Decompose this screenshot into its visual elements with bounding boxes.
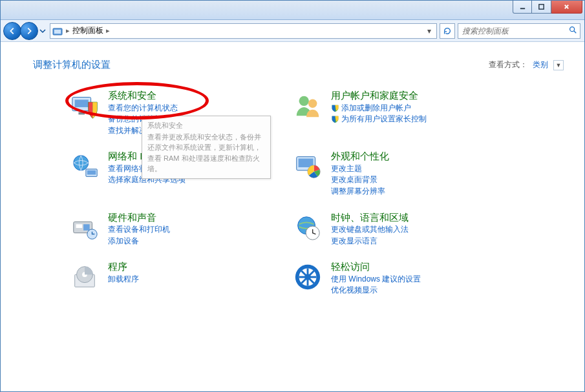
breadcrumb[interactable]: ▸ 控制面板 ▸ ▾ bbox=[50, 23, 437, 39]
forward-button[interactable] bbox=[20, 22, 38, 40]
content-header: 调整计算机的设置 查看方式： 类别 ▼ bbox=[33, 59, 564, 71]
nav-buttons bbox=[3, 22, 47, 40]
breadcrumb-separator: ▸ bbox=[105, 26, 111, 35]
search-icon[interactable] bbox=[568, 25, 577, 36]
hardware-icon bbox=[69, 212, 100, 243]
system-security-icon bbox=[69, 90, 100, 121]
svg-rect-10 bbox=[78, 112, 85, 115]
cat-title[interactable]: 外观和个性化 bbox=[331, 151, 389, 162]
control-panel-icon bbox=[52, 25, 63, 37]
cat-link[interactable]: 更改显示语言 bbox=[331, 236, 409, 247]
cat-appearance: 外观和个性化 更改主题 更改桌面背景 调整屏幕分辨率 bbox=[292, 151, 509, 196]
svg-point-12 bbox=[308, 99, 317, 107]
breadcrumb-separator: ▸ bbox=[65, 26, 71, 35]
cat-link[interactable]: 优化视频显示 bbox=[331, 285, 421, 296]
shield-icon bbox=[331, 115, 339, 123]
svg-rect-22 bbox=[83, 224, 90, 231]
cat-title[interactable]: 时钟、语言和区域 bbox=[331, 212, 409, 223]
cat-link[interactable]: 为所有用户设置家长控制 bbox=[331, 114, 427, 125]
cat-title[interactable]: 轻松访问 bbox=[331, 262, 421, 273]
appearance-icon bbox=[292, 151, 323, 182]
cat-link[interactable]: 调整屏幕分辨率 bbox=[331, 187, 389, 197]
cat-link[interactable]: 更改桌面背景 bbox=[331, 175, 389, 185]
breadcrumb-dropdown[interactable]: ▾ bbox=[423, 26, 435, 36]
svg-point-11 bbox=[299, 96, 309, 106]
svg-rect-9 bbox=[75, 99, 89, 107]
navbar: ▸ 控制面板 ▸ ▾ bbox=[1, 20, 584, 42]
maximize-button[interactable] bbox=[532, 1, 551, 14]
cat-title[interactable]: 硬件和声音 bbox=[108, 212, 170, 223]
cat-link[interactable]: 更改主题 bbox=[331, 164, 389, 174]
search-input[interactable] bbox=[461, 26, 568, 36]
view-by-value[interactable]: 类别 bbox=[533, 59, 548, 70]
category-grid: 系统和安全 查看您的计算机状态 备份您的计算机 查找并解决问题 bbox=[33, 90, 524, 296]
cat-link[interactable]: 更改键盘或其他输入法 bbox=[331, 225, 409, 235]
search-box[interactable] bbox=[458, 23, 580, 39]
svg-rect-15 bbox=[87, 170, 96, 175]
view-by-dropdown[interactable]: ▼ bbox=[553, 60, 564, 70]
cat-link[interactable]: 查看设备和打印机 bbox=[108, 225, 170, 235]
cat-link[interactable]: 查看您的计算机状态 bbox=[108, 103, 178, 114]
svg-point-6 bbox=[570, 27, 575, 32]
cat-link[interactable]: 卸载程序 bbox=[108, 274, 139, 285]
window-controls bbox=[513, 1, 582, 14]
titlebar bbox=[1, 1, 584, 20]
cat-user-accounts: 用户帐户和家庭安全 添加或删除用户帐户 为所有用户设置家长控制 bbox=[292, 90, 509, 136]
tooltip-body: 查看并更改系统和安全状态，备份并还原文件和系统设置，更新计算机，查看 RAM 和… bbox=[147, 133, 261, 173]
content-area: 调整计算机的设置 查看方式： 类别 ▼ bbox=[1, 42, 584, 391]
history-dropdown[interactable] bbox=[38, 24, 47, 38]
close-button[interactable] bbox=[551, 1, 582, 14]
svg-point-13 bbox=[74, 156, 89, 170]
page-title: 调整计算机的设置 bbox=[33, 59, 111, 71]
cat-clock-region: 时钟、语言和区域 更改键盘或其他输入法 更改显示语言 bbox=[292, 212, 509, 247]
view-by-label: 查看方式： bbox=[489, 59, 527, 70]
network-icon bbox=[69, 151, 100, 182]
clock-region-icon bbox=[292, 212, 323, 243]
cat-link[interactable]: 添加或删除用户帐户 bbox=[331, 103, 427, 114]
user-accounts-icon bbox=[292, 90, 323, 121]
minimize-button[interactable] bbox=[513, 1, 532, 14]
window-frame: ▸ 控制面板 ▸ ▾ 调整计算机的设置 查看方式： 类别 ▼ bbox=[0, 0, 585, 392]
programs-icon bbox=[69, 262, 100, 293]
tooltip-title: 系统和安全 bbox=[147, 120, 265, 131]
svg-point-31 bbox=[304, 274, 311, 280]
back-button[interactable] bbox=[3, 22, 21, 40]
ease-of-access-icon bbox=[292, 262, 323, 293]
svg-rect-1 bbox=[539, 5, 544, 9]
svg-rect-20 bbox=[76, 224, 83, 228]
cat-ease-of-access: 轻松访问 使用 Windows 建议的设置 优化视频显示 bbox=[292, 262, 509, 296]
cat-hardware: 硬件和声音 查看设备和打印机 添加设备 bbox=[69, 212, 286, 247]
tooltip: 系统和安全 查看并更改系统和安全状态，备份并还原文件和系统设置，更新计算机，查看… bbox=[142, 116, 271, 179]
refresh-button[interactable] bbox=[440, 23, 455, 39]
shield-icon bbox=[331, 104, 339, 112]
cat-title[interactable]: 用户帐户和家庭安全 bbox=[331, 90, 427, 101]
cat-title[interactable]: 程序 bbox=[108, 262, 139, 273]
cat-link[interactable]: 使用 Windows 建议的设置 bbox=[331, 274, 421, 285]
breadcrumb-root[interactable]: 控制面板 bbox=[72, 25, 103, 36]
cat-programs: 程序 卸载程序 bbox=[69, 262, 286, 296]
svg-rect-5 bbox=[54, 30, 61, 34]
view-by: 查看方式： 类别 ▼ bbox=[489, 59, 564, 70]
cat-link[interactable]: 添加设备 bbox=[108, 236, 170, 247]
cat-title[interactable]: 系统和安全 bbox=[108, 90, 178, 101]
svg-line-7 bbox=[574, 31, 577, 34]
